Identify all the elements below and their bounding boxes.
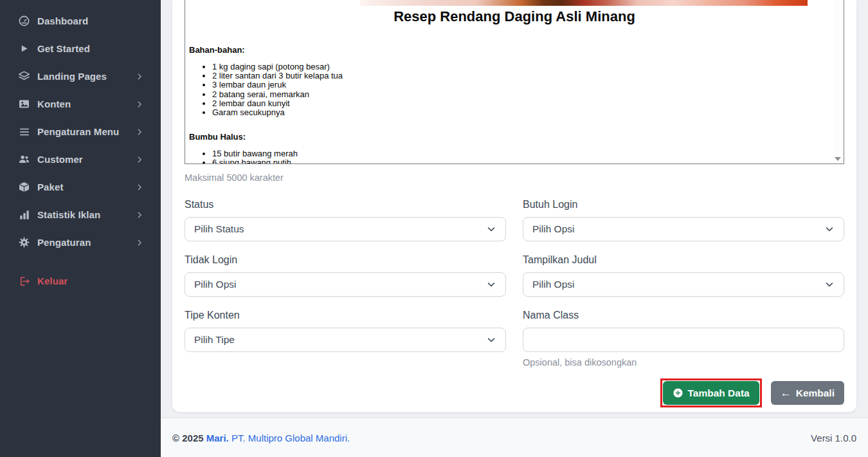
field-label: Tampilkan Judul [523,254,844,266]
kembali-label: Kembali [796,387,835,399]
editor-helper-text: Maksimal 5000 karakter [185,172,844,183]
sidebar-item-label: Dashboard [37,15,144,26]
tidak-login-select[interactable]: Pilih Opsi [185,272,506,297]
sidebar: Dashboard Get Started Landing Pages Kont… [0,0,161,457]
nama-class-input[interactable] [523,328,844,352]
logout-icon [18,275,30,287]
form-actions: Tambah Data ← Kembali [185,378,844,407]
list-item: 15 butir bawang merah [212,149,840,158]
chevron-right-icon [135,183,144,192]
sidebar-item-konten[interactable]: Konten [0,90,161,118]
rich-text-editor[interactable]: Resep Rendang Daging Asli Minang Bahan-b… [185,0,844,164]
editor-section-heading: Bumbu Halus: [189,132,840,142]
list-item: 6 siung bawang putih [212,158,840,164]
editor-scrollbar[interactable] [834,0,844,163]
select-value: Pilih Opsi [532,223,824,235]
sidebar-item-label: Pengaturan [37,237,135,248]
select-value: Pilih Opsi [194,279,486,290]
version-text: Versi 1.0.0 [811,433,856,443]
plus-circle-icon [673,387,683,398]
tambah-data-button[interactable]: Tambah Data [663,381,759,405]
sidebar-item-label: Customer [37,154,135,165]
sidebar-item-statistik-iklan[interactable]: Statistik Iklan [0,201,161,228]
field-label: Butuh Login [523,198,844,211]
sidebar-item-label: Pengaturan Menu [37,126,135,137]
select-value: Pilih Status [194,223,486,235]
tambah-data-label: Tambah Data [688,387,750,399]
menu-list-icon [18,126,30,138]
main-content: Resep Rendang Daging Asli Minang Bahan-b… [161,0,868,457]
kembali-button[interactable]: ← Kembali [771,381,844,405]
field-butuh-login: Butuh Login Pilih Opsi [523,198,844,241]
field-tipe-konten: Tipe Konten Pilih Tipe [185,309,506,368]
tipe-konten-select[interactable]: Pilih Tipe [185,328,506,352]
box-icon [18,181,30,193]
image-icon [18,98,30,110]
editor-section-heading: Bahan-bahan: [189,45,840,55]
list-item: 1 kg daging sapi (potong besar) [212,62,840,71]
spice-list: 15 butir bawang merah 6 siung bawang put… [189,149,840,164]
chevron-down-icon [486,224,496,234]
company-link[interactable]: PT. Multipro Global Mandiri. [231,433,350,443]
list-item: Garam secukupnya [212,108,840,117]
annotation-highlight: Tambah Data [660,378,762,407]
sidebar-item-pengaturan[interactable]: Pengaturan [0,228,161,256]
list-item: 2 lembar daun kunyit [212,99,840,108]
users-icon [18,153,30,165]
page-footer: © 2025 Mari. PT. Multipro Global Mandiri… [161,418,868,457]
sidebar-item-logout[interactable]: Keluar [0,267,161,295]
sidebar-item-get-started[interactable]: Get Started [0,35,161,62]
list-item: 3 lembar daun jeruk [212,80,840,89]
chevron-right-icon [135,210,144,219]
brand-link[interactable]: Mari. [206,433,229,443]
bar-chart-icon [18,209,30,221]
copyright-year: © 2025 [172,433,204,443]
tampilkan-judul-select[interactable]: Pilih Opsi [523,272,844,297]
field-status: Status Pilih Status [185,198,506,241]
chevron-right-icon [135,127,144,136]
arrow-left-icon: ← [781,387,791,398]
chevron-down-icon [486,335,496,345]
copyright-text: © 2025 Mari. PT. Multipro Global Mandiri… [172,433,350,443]
play-icon [18,42,30,55]
chevron-right-icon [135,238,144,247]
field-label: Tidak Login [185,254,506,266]
field-label: Tipe Konten [185,309,506,322]
field-label: Nama Class [523,309,844,322]
sidebar-item-customer[interactable]: Customer [0,145,161,173]
sidebar-item-landing-pages[interactable]: Landing Pages [0,62,161,90]
ingredient-list: 1 kg daging sapi (potong besar) 2 liter … [189,62,840,117]
sidebar-item-dashboard[interactable]: Dashboard [0,7,161,35]
sidebar-item-paket[interactable]: Paket [0,173,161,201]
chevron-down-icon [824,279,835,290]
chevron-right-icon [135,100,144,109]
scroll-down-icon[interactable] [835,157,841,161]
field-tampilkan-judul: Tampilkan Judul Pilih Opsi [523,254,844,297]
butuh-login-select[interactable]: Pilih Opsi [523,217,844,241]
sidebar-item-label: Get Started [37,43,144,54]
editor-content-title: Resep Rendang Daging Asli Minang [189,8,840,25]
chevron-right-icon [135,72,144,81]
field-helper-text: Opsional, bisa dikosongkan [523,357,844,368]
recipe-image [360,0,808,6]
gauge-icon [18,15,30,27]
form-card: Resep Rendang Daging Asli Minang Bahan-b… [172,0,856,412]
gear-icon [18,236,30,248]
sidebar-item-label: Konten [37,98,135,109]
field-label: Status [185,198,506,211]
field-tidak-login: Tidak Login Pilih Opsi [185,254,506,297]
sidebar-item-label: Keluar [37,275,144,286]
form-grid: Status Pilih Status Butuh Login Pilih Op… [185,198,844,368]
status-select[interactable]: Pilih Status [185,217,506,241]
list-item: 2 liter santan dari 3 butir kelapa tua [212,71,840,80]
chevron-right-icon [135,155,144,164]
select-value: Pilih Opsi [532,279,824,290]
layers-icon [18,70,30,82]
sidebar-item-label: Statistik Iklan [37,209,135,220]
sidebar-item-pengaturan-menu[interactable]: Pengaturan Menu [0,118,161,145]
sidebar-item-label: Landing Pages [37,71,135,82]
chevron-down-icon [824,224,835,234]
field-nama-class: Nama Class Opsional, bisa dikosongkan [523,309,844,368]
chevron-down-icon [486,279,496,290]
select-value: Pilih Tipe [194,334,486,346]
